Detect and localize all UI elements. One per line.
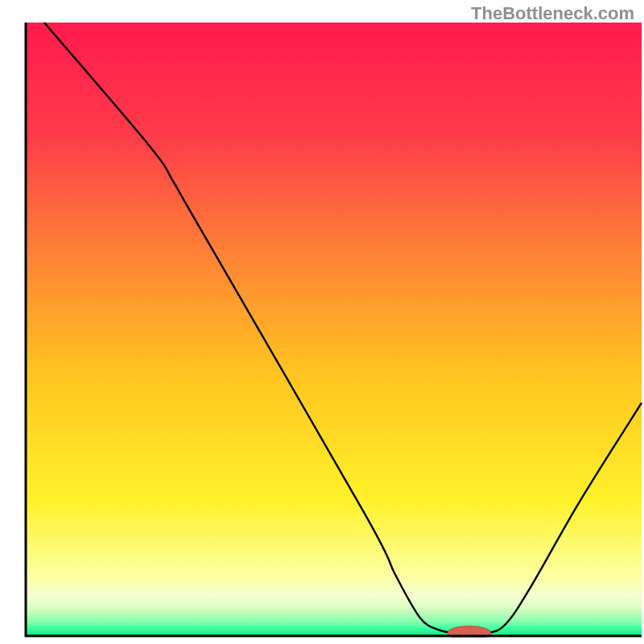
optimal-marker bbox=[448, 626, 491, 640]
attribution-label: TheBottleneck.com bbox=[471, 3, 634, 24]
bottleneck-chart bbox=[0, 0, 644, 644]
gradient-background bbox=[26, 23, 642, 636]
chart-container: TheBottleneck.com bbox=[0, 0, 644, 644]
